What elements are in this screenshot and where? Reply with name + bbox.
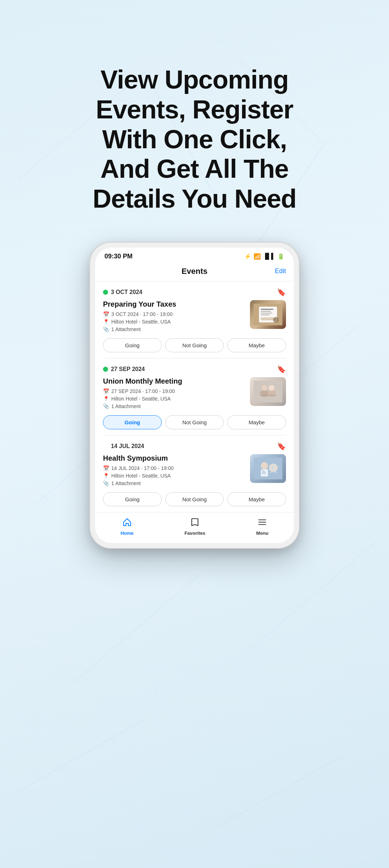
svg-point-22 bbox=[269, 385, 274, 391]
event-1-date: 3 OCT 2024 bbox=[111, 289, 142, 295]
calendar-icon-1: 📅 bbox=[103, 311, 109, 317]
event-3-dot bbox=[103, 444, 108, 449]
bluetooth-icon: ⚡ bbox=[244, 253, 251, 260]
event-2-attachment: 📎 1 Attachment bbox=[103, 403, 246, 409]
event-3-not-going-button[interactable]: Not Going bbox=[165, 492, 224, 506]
edit-button[interactable]: Edit bbox=[275, 267, 286, 275]
event-3-info: Health Symposium 📅 14 JUL 2024 · 17:00 -… bbox=[103, 454, 246, 488]
event-3-datetime: 📅 14 JUL 2024 · 17:00 - 19:00 bbox=[103, 465, 246, 471]
event-2-not-going-button[interactable]: Not Going bbox=[165, 415, 224, 429]
home-icon bbox=[122, 517, 132, 529]
event-card-2: 27 SEP 2024 🔖 Union Monthly Meeting 📅 27… bbox=[103, 358, 286, 435]
event-1-thumb-image bbox=[250, 300, 286, 329]
event-1-going-button[interactable]: Going bbox=[103, 338, 162, 352]
nav-favorites[interactable]: Favorites bbox=[184, 517, 205, 536]
event-2-info: Union Monthly Meeting 📅 27 SEP 2024 · 17… bbox=[103, 377, 246, 411]
event-3-title: Health Symposium bbox=[103, 454, 246, 462]
svg-rect-15 bbox=[261, 315, 270, 315]
svg-rect-28 bbox=[262, 472, 266, 473]
event-2-date-left: 27 SEP 2024 bbox=[103, 366, 145, 372]
event-3-bookmark-icon[interactable]: 🔖 bbox=[277, 442, 286, 451]
svg-line-7 bbox=[252, 540, 378, 648]
battery-icon: 🔋 bbox=[277, 253, 285, 260]
event-1-date-left: 3 OCT 2024 bbox=[103, 289, 142, 295]
event-3-date-row: 14 JUL 2024 🔖 bbox=[103, 442, 286, 451]
event-1-thumbnail bbox=[250, 300, 286, 329]
svg-rect-32 bbox=[271, 467, 274, 468]
event-1-info: Preparing Your Taxes 📅 3 OCT 2024 · 17:0… bbox=[103, 300, 246, 334]
status-icons: ⚡ 📶 ▐▌▌ 🔋 bbox=[244, 253, 285, 260]
event-1-attachment: 📎 1 Attachment bbox=[103, 326, 246, 332]
event-1-bookmark-icon[interactable]: 🔖 bbox=[277, 288, 286, 297]
menu-icon bbox=[258, 517, 267, 529]
event-3-maybe-button[interactable]: Maybe bbox=[227, 492, 286, 506]
hero-section: View Upcoming Events, Register With One … bbox=[54, 0, 335, 235]
event-card-3: 14 JUL 2024 🔖 Health Symposium 📅 14 JUL … bbox=[103, 435, 286, 512]
event-2-title: Union Monthly Meeting bbox=[103, 377, 246, 385]
event-3-thumbnail bbox=[250, 454, 286, 483]
event-1-actions: Going Not Going Maybe bbox=[103, 338, 286, 352]
svg-rect-16 bbox=[261, 317, 275, 320]
event-1-maybe-button[interactable]: Maybe bbox=[227, 338, 286, 352]
status-time: 09:30 PM bbox=[104, 253, 133, 260]
nav-menu-label: Menu bbox=[256, 530, 268, 536]
event-1-date-row: 3 OCT 2024 🔖 bbox=[103, 288, 286, 297]
bottom-nav: Home Favorites bbox=[95, 512, 294, 543]
screen-title: Events bbox=[182, 267, 207, 276]
event-3-main: Health Symposium 📅 14 JUL 2024 · 17:00 -… bbox=[103, 454, 286, 488]
location-icon-2: 📍 bbox=[103, 396, 109, 402]
calendar-icon-3: 📅 bbox=[103, 465, 109, 471]
svg-point-21 bbox=[261, 385, 267, 391]
phone-screen: 09:30 PM ⚡ 📶 ▐▌▌ 🔋 Events Edit bbox=[95, 248, 294, 543]
signal-icon: ▐▌▌ bbox=[263, 253, 275, 259]
event-2-going-button[interactable]: Going bbox=[103, 415, 162, 429]
event-2-datetime: 📅 27 SEP 2024 · 17:00 - 19:00 bbox=[103, 388, 246, 394]
app-content: Events Edit 3 OCT 2024 🔖 bbox=[95, 263, 294, 512]
event-3-going-button[interactable]: Going bbox=[103, 492, 162, 506]
event-2-date-row: 27 SEP 2024 🔖 bbox=[103, 365, 286, 374]
nav-home[interactable]: Home bbox=[121, 517, 134, 536]
event-1-location: 📍 Hilton Hotel - Seattle, USA bbox=[103, 319, 246, 325]
event-2-dot bbox=[103, 367, 108, 372]
event-1-dot bbox=[103, 290, 108, 295]
event-2-maybe-button[interactable]: Maybe bbox=[227, 415, 286, 429]
phone-outer: 09:30 PM ⚡ 📶 ▐▌▌ 🔋 Events Edit bbox=[90, 243, 299, 548]
event-2-thumb-image bbox=[250, 377, 286, 406]
svg-line-8 bbox=[18, 720, 144, 792]
event-2-date: 27 SEP 2024 bbox=[111, 366, 145, 372]
svg-point-17 bbox=[273, 317, 279, 323]
event-3-actions: Going Not Going Maybe bbox=[103, 492, 286, 506]
event-1-datetime: 📅 3 OCT 2024 · 17:00 - 19:00 bbox=[103, 311, 246, 317]
attachment-icon-2: 📎 bbox=[103, 403, 109, 409]
favorites-icon bbox=[190, 517, 200, 529]
event-3-thumb-image bbox=[250, 454, 286, 483]
svg-line-6 bbox=[72, 576, 198, 684]
phone-mockup: 09:30 PM ⚡ 📶 ▐▌▌ 🔋 Events Edit bbox=[90, 243, 299, 548]
event-1-not-going-button[interactable]: Not Going bbox=[165, 338, 224, 352]
location-icon-3: 📍 bbox=[103, 473, 109, 479]
event-3-location: 📍 Hilton Hotel - Seattle, USA bbox=[103, 473, 246, 479]
hero-title: View Upcoming Events, Register With One … bbox=[83, 65, 306, 214]
app-header: Events Edit bbox=[103, 263, 286, 281]
attachment-icon-3: 📎 bbox=[103, 480, 109, 486]
event-2-actions: Going Not Going Maybe bbox=[103, 415, 286, 429]
nav-menu[interactable]: Menu bbox=[256, 517, 268, 536]
calendar-icon-2: 📅 bbox=[103, 388, 109, 394]
svg-rect-29 bbox=[262, 473, 265, 474]
nav-favorites-label: Favorites bbox=[184, 530, 205, 536]
svg-rect-27 bbox=[262, 470, 265, 471]
event-1-main: Preparing Your Taxes 📅 3 OCT 2024 · 17:0… bbox=[103, 300, 286, 334]
status-bar: 09:30 PM ⚡ 📶 ▐▌▌ 🔋 bbox=[95, 248, 294, 263]
svg-rect-24 bbox=[254, 458, 282, 479]
location-icon-1: 📍 bbox=[103, 319, 109, 325]
event-3-date-left: 14 JUL 2024 bbox=[103, 443, 144, 449]
event-1-title: Preparing Your Taxes bbox=[103, 300, 246, 308]
attachment-icon-1: 📎 bbox=[103, 326, 109, 332]
event-2-location: 📍 Hilton Hotel - Seattle, USA bbox=[103, 396, 246, 402]
event-2-bookmark-icon[interactable]: 🔖 bbox=[277, 365, 286, 374]
event-2-thumbnail bbox=[250, 377, 286, 406]
svg-rect-13 bbox=[261, 311, 271, 312]
svg-line-9 bbox=[216, 756, 342, 828]
wifi-icon: 📶 bbox=[254, 253, 261, 260]
event-2-main: Union Monthly Meeting 📅 27 SEP 2024 · 17… bbox=[103, 377, 286, 411]
